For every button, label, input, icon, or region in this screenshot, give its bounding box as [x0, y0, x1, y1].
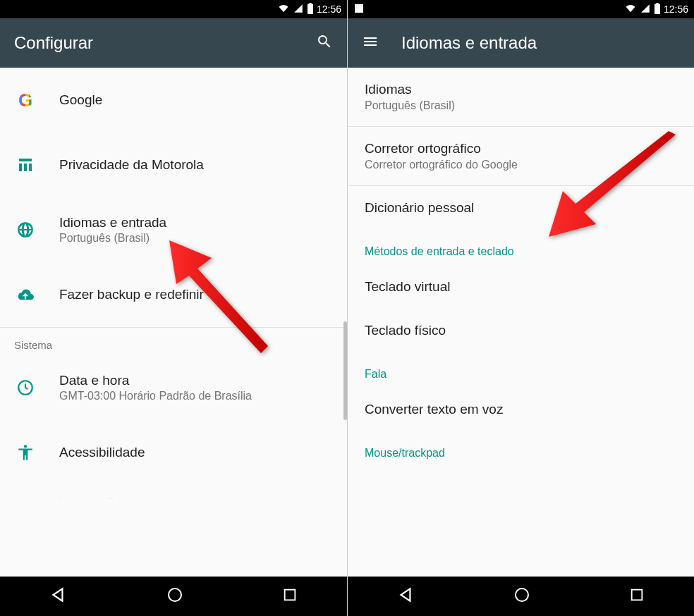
signal-icon — [640, 4, 651, 16]
nav-bar — [348, 577, 694, 616]
nav-home-icon[interactable] — [166, 586, 183, 606]
battery-icon — [307, 3, 314, 16]
app-bar: Idiomas e entrada — [348, 18, 694, 68]
item-label: Idiomas — [365, 82, 677, 97]
phone-right: 12:56 Idiomas e entrada Idiomas Portuguê… — [347, 0, 694, 616]
item-label: Teclado físico — [365, 323, 677, 338]
item-subtitle: Corretor ortográfico do Google — [365, 159, 677, 171]
settings-item-privacy[interactable]: Privacidade da Motorola — [0, 133, 347, 197]
globe-icon — [14, 221, 37, 239]
svg-point-4 — [516, 589, 528, 601]
settings-item-google[interactable]: G Google — [0, 68, 347, 133]
nav-back-icon[interactable] — [397, 586, 415, 607]
svg-point-2 — [169, 589, 181, 601]
item-virtual-keyboard[interactable]: Teclado virtual — [348, 265, 694, 309]
status-bar: 12:56 — [348, 0, 694, 18]
status-bar: 12:56 — [0, 0, 347, 18]
item-label: Teclado virtual — [365, 279, 677, 295]
item-tts[interactable]: Converter texto em voz — [348, 388, 694, 431]
svg-rect-5 — [632, 590, 643, 600]
nav-back-icon[interactable] — [49, 586, 68, 607]
nav-home-icon[interactable] — [513, 586, 530, 606]
signal-icon — [293, 4, 304, 16]
item-physical-keyboard[interactable]: Teclado físico — [348, 309, 694, 352]
settings-item-datetime[interactable]: Data e hora GMT-03:00 Horário Padrão de … — [0, 355, 347, 420]
item-label: Idiomas e entrada — [59, 215, 166, 230]
item-label: Dicionário pessoal — [365, 200, 677, 216]
item-label: Acessibilidade — [59, 445, 145, 460]
search-icon[interactable] — [316, 33, 333, 53]
app-bar: Configurar — [0, 18, 347, 68]
page-title: Idiomas e entrada — [401, 33, 537, 53]
item-label: Google — [59, 92, 102, 108]
item-subtitle: GMT-03:00 Horário Padrão de Brasília — [59, 390, 252, 402]
svg-rect-3 — [285, 590, 296, 600]
hamburger-icon[interactable] — [362, 33, 379, 53]
item-label: Data e hora — [59, 373, 252, 388]
section-header-speech: Fala — [348, 352, 694, 388]
status-time: 12:56 — [317, 4, 341, 15]
status-time: 12:56 — [664, 4, 688, 15]
item-idiomas[interactable]: Idiomas Português (Brasil) — [348, 68, 694, 126]
settings-item-backup[interactable]: Fazer backup e redefinir — [0, 262, 347, 327]
google-icon: G — [14, 90, 37, 111]
nav-recent-icon[interactable] — [282, 587, 298, 605]
image-icon — [353, 3, 365, 16]
section-header-input-methods: Métodos de entrada e teclado — [348, 230, 694, 265]
wifi-icon — [277, 4, 290, 16]
item-personal-dictionary[interactable]: Dicionário pessoal — [348, 186, 694, 230]
privacy-icon — [14, 156, 37, 173]
item-label: Converter texto em voz — [365, 402, 677, 417]
phone-left: 12:56 Configurar G Google Privacidade da… — [0, 0, 347, 616]
nav-recent-icon[interactable] — [629, 587, 645, 605]
page-title: Configurar — [14, 33, 93, 53]
item-spellcheck[interactable]: Corretor ortográfico Corretor ortográfic… — [348, 127, 694, 185]
settings-item-accessibility[interactable]: Acessibilidade — [0, 420, 347, 485]
settings-item-languages[interactable]: Idiomas e entrada Português (Brasil) — [0, 197, 347, 262]
language-settings-list: Idiomas Português (Brasil) Corretor orto… — [348, 68, 694, 577]
item-subtitle: Português (Brasil) — [365, 99, 677, 112]
settings-item-print-cutoff[interactable]: Impressão — [0, 485, 347, 499]
item-label: Corretor ortográfico — [365, 141, 677, 156]
section-header-sistema: Sistema — [0, 328, 347, 355]
item-label: Fazer backup e redefinir — [59, 287, 204, 302]
item-label: Privacidade da Motorola — [59, 157, 204, 173]
clock-icon — [14, 378, 37, 397]
item-subtitle: Português (Brasil) — [59, 232, 166, 245]
nav-bar — [0, 577, 347, 616]
svg-point-1 — [24, 445, 27, 448]
backup-icon — [14, 285, 37, 304]
accessibility-icon — [14, 443, 37, 462]
battery-icon — [654, 3, 661, 16]
section-header-mouse: Mouse/trackpad — [348, 431, 694, 467]
wifi-icon — [624, 4, 637, 16]
settings-list: G Google Privacidade da Motorola Idiomas… — [0, 68, 347, 577]
